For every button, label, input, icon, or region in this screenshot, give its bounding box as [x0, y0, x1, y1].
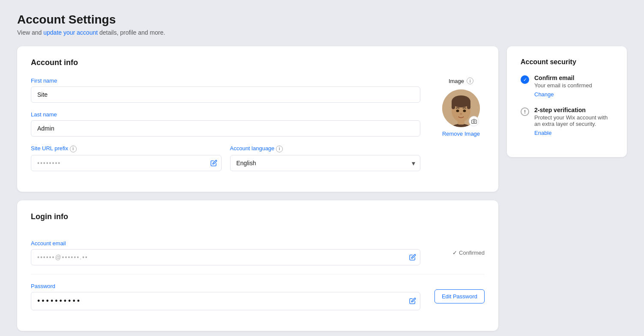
- check-circle-icon: ✓: [521, 75, 529, 84]
- site-url-input[interactable]: [31, 155, 222, 171]
- account-email-main: Account email: [31, 240, 420, 265]
- edit-password-button[interactable]: Edit Password: [434, 289, 485, 303]
- two-step-item: ! 2-step verification Protect your Wix a…: [521, 107, 613, 137]
- account-language-select[interactable]: English French German Spanish Italian: [230, 155, 421, 171]
- two-step-title: 2-step verification: [534, 107, 613, 113]
- svg-point-9: [460, 113, 462, 115]
- page-subtitle: View and update your account details, pr…: [17, 29, 627, 36]
- confirm-email-item: ✓ Confirm email Your email is confirmed …: [521, 74, 613, 98]
- confirm-email-icon: ✓: [521, 75, 529, 98]
- account-info-title: Account info: [31, 58, 485, 67]
- svg-point-10: [473, 120, 475, 122]
- pencil-icon: [409, 297, 416, 304]
- first-name-input-wrap: [31, 86, 420, 103]
- account-language-group: Account language i English French German…: [230, 145, 421, 171]
- first-name-input[interactable]: [31, 86, 420, 103]
- first-name-group: First name: [31, 77, 420, 103]
- remove-image-button[interactable]: Remove Image: [442, 131, 480, 137]
- image-label-row: Image i: [449, 77, 473, 84]
- password-row: Password Edit Password: [31, 274, 485, 319]
- confirm-email-title: Confirm email: [534, 74, 592, 81]
- password-action: Edit Password: [429, 289, 485, 303]
- two-step-desc: Protect your Wix account with an extra l…: [534, 114, 613, 127]
- form-fields: First name Last name: [31, 77, 420, 180]
- last-name-input-wrap: [31, 120, 420, 137]
- two-step-icon: !: [521, 107, 529, 137]
- confirm-email-desc: Your email is confirmed: [534, 82, 592, 89]
- account-security-card: Account security ✓ Confirm email Your em…: [507, 46, 627, 157]
- account-security-title: Account security: [521, 58, 613, 66]
- login-info-card: Login info Account email: [17, 200, 498, 331]
- password-input[interactable]: [31, 292, 420, 310]
- confirmed-label: Confirmed: [459, 250, 485, 256]
- password-label: Password: [31, 283, 420, 289]
- site-url-group: Site URL prefix i: [31, 145, 222, 171]
- account-email-label: Account email: [31, 240, 420, 247]
- subtitle-text: View and: [17, 29, 43, 36]
- pencil-icon: [210, 160, 217, 167]
- login-info-fields: Account email ✓ Confirmed: [31, 232, 485, 319]
- subtitle-rest: details, profile and more.: [98, 29, 165, 36]
- password-input-wrap: [31, 292, 420, 310]
- last-name-group: Last name: [31, 111, 420, 137]
- two-step-text: 2-step verification Protect your Wix acc…: [534, 107, 613, 137]
- site-url-input-wrap: [31, 155, 222, 171]
- account-language-info-icon[interactable]: i: [276, 146, 283, 152]
- image-label: Image: [449, 78, 464, 84]
- site-url-edit-button[interactable]: [210, 160, 217, 167]
- svg-rect-5: [452, 101, 455, 109]
- last-name-input[interactable]: [31, 120, 420, 137]
- svg-point-8: [463, 110, 466, 112]
- confirm-email-text: Confirm email Your email is confirmed Ch…: [534, 74, 592, 98]
- left-column: Account info First name Last name: [17, 46, 498, 331]
- account-language-select-wrap: English French German Spanish Italian ▾: [230, 155, 421, 171]
- warning-circle-icon: !: [521, 107, 529, 116]
- confirmed-status: ✓ Confirmed: [452, 250, 485, 256]
- camera-button[interactable]: [469, 116, 479, 126]
- account-language-label: Account language i: [230, 145, 421, 152]
- password-main: Password: [31, 283, 420, 310]
- check-icon: ✓: [452, 250, 457, 256]
- last-name-label: Last name: [31, 111, 420, 118]
- password-edit-icon-button[interactable]: [409, 297, 416, 304]
- account-email-edit-button[interactable]: [409, 254, 416, 261]
- account-email-input-wrap: [31, 249, 420, 265]
- account-email-action: ✓ Confirmed: [429, 250, 485, 256]
- site-url-label: Site URL prefix i: [31, 145, 222, 152]
- account-info-content: First name Last name: [31, 77, 485, 180]
- page-title: Account Settings: [17, 13, 627, 27]
- account-email-row: Account email ✓ Confirmed: [31, 232, 485, 274]
- right-column: Account security ✓ Confirm email Your em…: [507, 46, 627, 157]
- login-info-title: Login info: [31, 212, 485, 221]
- svg-point-7: [456, 110, 459, 112]
- first-name-label: First name: [31, 77, 420, 84]
- image-section: Image i: [437, 77, 485, 137]
- pencil-icon: [409, 254, 416, 261]
- account-info-card: Account info First name Last name: [17, 46, 498, 192]
- subtitle-link[interactable]: update your account: [43, 29, 98, 36]
- account-email-input[interactable]: [31, 249, 420, 265]
- site-url-info-icon[interactable]: i: [70, 146, 77, 152]
- confirm-email-link[interactable]: Change: [534, 91, 554, 98]
- avatar-wrap: [442, 89, 480, 127]
- two-col-fields: Site URL prefix i: [31, 145, 420, 180]
- image-info-icon[interactable]: i: [467, 77, 473, 84]
- svg-rect-6: [467, 101, 470, 109]
- two-step-enable-link[interactable]: Enable: [534, 130, 551, 136]
- main-layout: Account info First name Last name: [17, 46, 627, 331]
- camera-icon: [471, 119, 477, 124]
